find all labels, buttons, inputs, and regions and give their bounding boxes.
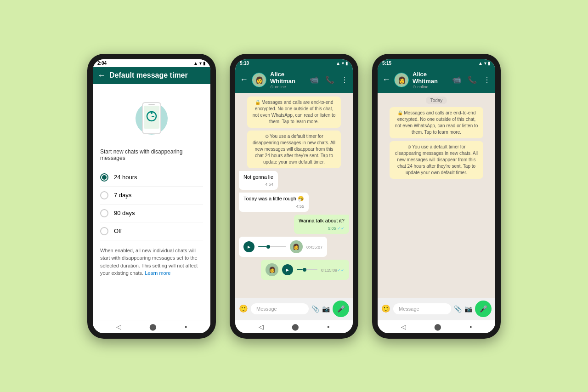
option-off[interactable]: Off <box>100 222 203 240</box>
input-placeholder-3: Message <box>399 306 419 312</box>
wifi-3: ▾ <box>484 61 486 66</box>
chat-area-2: 🔒 Messages and calls are end-to-end encr… <box>235 93 353 298</box>
status-bar-1: 2:04 ▲ ▾ ▮ <box>93 59 210 67</box>
mic-button-2[interactable]: 🎤 <box>333 301 349 317</box>
nav-recent-2[interactable]: ▪ <box>327 323 329 330</box>
radio-off[interactable] <box>100 227 108 235</box>
audio-progress-received <box>258 246 266 247</box>
audio-avatar-sent: 👩 <box>266 263 278 276</box>
chat-header-3: ← 👩 Alice Whitman ⊙ online 📹 📞 ⋮ <box>378 67 495 93</box>
msg-rough: Today was a little rough 🤧 4:55 <box>239 193 309 212</box>
option-90d[interactable]: 90 days <box>100 205 203 222</box>
chat-input-bar-2: 🙂 Message 📎 📷 🎤 <box>235 298 353 320</box>
msg-time-1: 4:54 <box>243 182 273 187</box>
camera-icon-2[interactable]: 📷 <box>322 305 330 312</box>
nav-back-3[interactable]: ◁ <box>401 323 406 330</box>
play-button-received[interactable]: ▶ <box>243 241 254 252</box>
signal-icon-1: ▲ <box>193 61 198 66</box>
system-msg-3a-text: 🔒 Messages and calls are end-to-end encr… <box>395 110 478 135</box>
message-input-3[interactable]: Message <box>393 303 451 314</box>
nav-bar-3: ◁ ⬤ ▪ <box>378 320 495 333</box>
audio-msg-sent: 👩 ▶ 0:11 5:09 ✓✓ <box>261 260 349 280</box>
audio-time-sent: 5:09 <box>329 268 337 273</box>
chat-area-3: Today 🔒 Messages and calls are end-to-en… <box>378 93 495 298</box>
nav-back-1[interactable]: ◁ <box>116 323 121 330</box>
phone-1: 2:04 ▲ ▾ ▮ ← Default message timer <box>87 54 216 339</box>
voice-call-icon-3[interactable]: 📞 <box>468 75 477 84</box>
nav-back-2[interactable]: ◁ <box>259 323 264 330</box>
message-input-2[interactable]: Message <box>251 303 309 314</box>
system-msg-1-text: 🔒 Messages and calls are end-to-end encr… <box>253 100 336 124</box>
signal-2: ▲ <box>336 61 340 66</box>
audio-time-received: 5:07 <box>314 245 322 250</box>
learn-more-link[interactable]: Learn more <box>145 270 170 276</box>
chat-input-bar-3: 🙂 Message 📎 📷 🎤 <box>378 298 495 320</box>
back-button-3[interactable]: ← <box>382 75 390 85</box>
phone-svg-icon <box>138 100 165 137</box>
audio-receipt: ✓✓ <box>337 268 345 273</box>
svg-rect-1 <box>144 106 159 129</box>
attach-icon-3[interactable]: 📎 <box>454 305 462 312</box>
audio-wave-sent <box>297 269 317 270</box>
audio-msg-received: ▶ 👩 0:43 5:07 <box>239 237 327 257</box>
phones-container: 2:04 ▲ ▾ ▮ ← Default message timer <box>87 54 501 339</box>
contact-avatar-2: 👩 <box>252 73 266 87</box>
play-button-sent[interactable]: ▶ <box>282 264 293 275</box>
menu-icon-2[interactable]: ⋮ <box>341 75 348 84</box>
label-7d: 7 days <box>114 192 131 199</box>
audio-progress-sent <box>297 269 303 270</box>
status-time-2: 5:10 <box>240 61 249 66</box>
menu-icon-3[interactable]: ⋮ <box>483 75 491 84</box>
header-icons-2: 📹 📞 ⋮ <box>310 75 348 84</box>
status-icons-2: ▲ ▾ ▮ <box>336 61 348 66</box>
contact-status-3: ⊙ online <box>413 85 448 89</box>
contact-name-3: Alice Whitman <box>413 71 448 85</box>
attach-icon-2[interactable]: 📎 <box>311 305 319 312</box>
voice-call-icon[interactable]: 📞 <box>325 75 334 84</box>
audio-bottom-received: 0:43 5:07 <box>306 245 322 250</box>
audio-bottom-sent: 0:11 5:09 ✓✓ <box>321 268 345 273</box>
settings-content: Start new chats with disappearing messag… <box>93 84 210 320</box>
status-bar-3: 5:15 ▲ ▾ ▮ <box>378 59 495 67</box>
nav-recent-3[interactable]: ▪ <box>469 323 472 330</box>
nav-recent-1[interactable]: ▪ <box>185 323 187 330</box>
input-placeholder-2: Message <box>256 306 277 312</box>
system-msg-1: 🔒 Messages and calls are end-to-end encr… <box>247 97 341 128</box>
audio-duration-received: 0:43 <box>306 245 315 250</box>
read-receipt-3: ✓✓ <box>337 226 345 231</box>
wifi-icon-1: ▾ <box>199 61 202 66</box>
wifi-2: ▾ <box>342 61 344 66</box>
msg-rough-text: Today was a little rough 🤧 <box>243 196 304 201</box>
video-call-icon-3[interactable]: 📹 <box>452 75 461 84</box>
settings-description: Start new chats with disappearing messag… <box>100 148 203 161</box>
status-icons-3: ▲ ▾ ▮ <box>478 61 491 66</box>
emoji-icon-3[interactable]: 🙂 <box>381 304 390 313</box>
system-msg-2: ⊙ You use a default timer for disappeari… <box>247 131 341 168</box>
option-24h[interactable]: 24 hours <box>100 169 203 187</box>
contact-status-2: ⊙ online <box>270 85 306 89</box>
label-90d: 90 days <box>114 210 135 216</box>
option-7d[interactable]: 7 days <box>100 187 203 205</box>
svg-point-5 <box>151 112 153 114</box>
status-icons-1: ▲ ▾ ▮ <box>193 61 206 66</box>
nav-home-3[interactable]: ⬤ <box>434 323 441 330</box>
radio-7d[interactable] <box>100 191 108 199</box>
phone-illustration <box>100 98 203 139</box>
camera-icon-3[interactable]: 📷 <box>464 305 472 312</box>
audio-duration-sent: 0:11 <box>321 268 329 273</box>
radio-24h[interactable] <box>100 173 108 182</box>
online-icon-3: ⊙ <box>413 85 416 89</box>
video-call-icon[interactable]: 📹 <box>310 75 319 84</box>
nav-home-2[interactable]: ⬤ <box>292 323 299 330</box>
chat-header-2: ← 👩 Alice Whitman ⊙ online 📹 📞 ⋮ <box>235 67 353 93</box>
system-msg-3a: 🔒 Messages and calls are end-to-end encr… <box>390 107 483 138</box>
audio-wave-received <box>258 246 286 247</box>
contact-info-2: Alice Whitman ⊙ online <box>270 71 306 89</box>
back-button-1[interactable]: ← <box>97 71 106 80</box>
back-button-2[interactable]: ← <box>240 75 248 85</box>
emoji-icon-2[interactable]: 🙂 <box>239 304 248 313</box>
nav-home-1[interactable]: ⬤ <box>149 323 157 330</box>
radio-90d[interactable] <box>100 209 108 217</box>
mic-button-3[interactable]: 🎤 <box>475 301 492 317</box>
contact-avatar-3: 👩 <box>394 73 409 87</box>
